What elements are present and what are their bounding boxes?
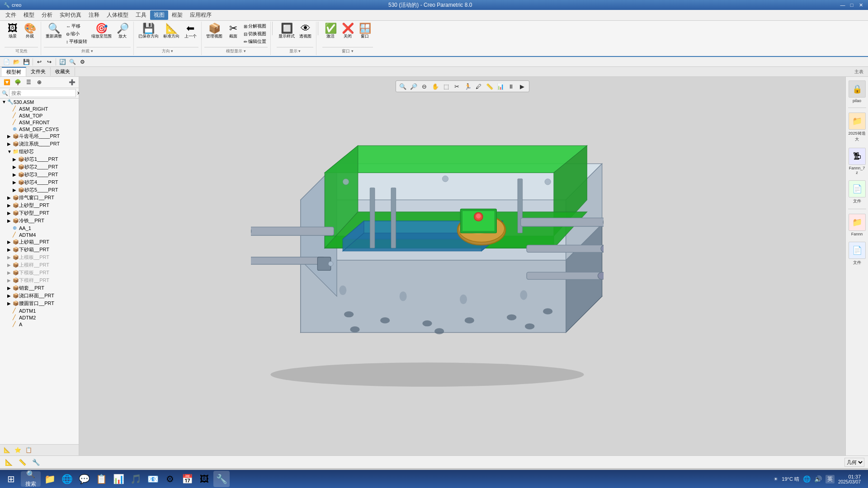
- tree-display-button[interactable]: ☰: [24, 78, 33, 87]
- tree-expand-button[interactable]: ⊕: [34, 78, 44, 87]
- taskbar-search[interactable]: 🔍 搜索: [21, 471, 41, 487]
- tree-item-core5[interactable]: ▶ 📦 砂芯5____PRT: [0, 186, 79, 194]
- menu-file[interactable]: 文件: [2, 10, 20, 20]
- tree-item-asm-top[interactable]: ╱ ASM_TOP: [0, 112, 79, 119]
- tree-item-cup[interactable]: ▶ 📦 浇口杯面__PRT: [0, 292, 79, 300]
- vt-pan[interactable]: ✋: [430, 82, 440, 91]
- menu-tools[interactable]: 工具: [132, 10, 150, 20]
- toggle[interactable]: ▶: [7, 247, 13, 252]
- tree-item-upper-pattern[interactable]: ▶ 📦 上模样__PRT: [0, 261, 79, 269]
- sound-icon[interactable]: 🔊: [814, 475, 822, 483]
- tree-item-riser[interactable]: ▶ 📦 腰圆冒口__PRT: [0, 300, 79, 307]
- vt-zoom-window[interactable]: 🔍: [398, 82, 408, 91]
- taskbar-browser[interactable]: 🌐: [59, 471, 75, 487]
- statusbar-btn1[interactable]: 📐: [4, 458, 14, 467]
- tree-item-adtm2[interactable]: ╱ ADTM2: [0, 314, 79, 321]
- tab-favorites[interactable]: 收藏夹: [51, 67, 75, 76]
- pan-button[interactable]: ↔ 平移: [65, 23, 89, 30]
- tree-item-core2[interactable]: ▶ 📦 砂芯2____PRT: [0, 163, 79, 171]
- undo-button[interactable]: ↩: [35, 58, 44, 66]
- display-style-button[interactable]: 🔲 显示样式: [277, 23, 297, 40]
- settings-button[interactable]: ⚙: [78, 58, 87, 66]
- add-col-button[interactable]: ➕: [67, 78, 77, 87]
- taskbar-settings[interactable]: ⚙: [162, 471, 178, 487]
- toggle[interactable]: ▶: [7, 255, 13, 260]
- vt-play[interactable]: ▶: [517, 82, 527, 91]
- menu-annotation[interactable]: 注释: [85, 10, 103, 20]
- tree-item-adtm4[interactable]: ╱ ADTM4: [0, 231, 79, 238]
- tree-item-vent[interactable]: ▶ 📦 排气窗口__PRT: [0, 194, 79, 202]
- vt-zoom-in[interactable]: 🔎: [409, 82, 419, 91]
- manage-views-button[interactable]: 📦 管理视图: [204, 23, 224, 40]
- vt-animate[interactable]: 🏃: [463, 82, 473, 91]
- menu-view[interactable]: 视图: [150, 10, 168, 20]
- rs-item-pilao[interactable]: 🔒 pilao: [847, 79, 867, 105]
- tree-item-bucket[interactable]: ▶ 📦 斗齿毛坯____PRT: [0, 132, 79, 140]
- tree-item-core3[interactable]: ▶ 📦 砂芯3____PRT: [0, 171, 79, 178]
- tree-item-asm-front[interactable]: ╱ ASM_FRONT: [0, 119, 79, 126]
- menu-analysis[interactable]: 分析: [38, 10, 56, 20]
- toggle[interactable]: ▶: [13, 157, 18, 162]
- search-tool-button[interactable]: 🔍: [68, 58, 77, 66]
- statusbar-btn3[interactable]: 🔧: [31, 458, 41, 467]
- zoom-in-button[interactable]: 🔎 放大: [114, 23, 131, 40]
- menu-apps[interactable]: 应用程序: [186, 10, 215, 20]
- tree-item-adtm1[interactable]: ╱ ADTM1: [0, 307, 79, 314]
- minimize-button[interactable]: —: [839, 2, 846, 8]
- toggle[interactable]: ▶: [7, 211, 13, 216]
- tree-item-core1[interactable]: ▶ 📦 砂芯1____PRT: [0, 155, 79, 163]
- tree-item-upper-box[interactable]: ▶ 📦 上砂箱__PRT: [0, 238, 79, 246]
- window-button[interactable]: 🪟 窗口: [357, 23, 373, 40]
- taskbar-clipboard[interactable]: 📋: [93, 471, 109, 487]
- taskbar-calendar[interactable]: 📅: [179, 471, 195, 487]
- coord-select[interactable]: 几何: [844, 458, 864, 467]
- tree-item-lower-box[interactable]: ▶ 📦 下砂箱__PRT: [0, 246, 79, 253]
- rs-item-2025[interactable]: 📁 2025铸造大: [847, 111, 867, 144]
- toggle[interactable]: ▶: [7, 141, 13, 146]
- perspective-button[interactable]: 👁 透视图: [297, 23, 313, 40]
- toggle[interactable]: ▶: [7, 263, 13, 267]
- taskbar-music[interactable]: 🎵: [127, 471, 144, 487]
- tree-item-pin[interactable]: ▶ 📦 销套__PRT: [0, 284, 79, 292]
- tab-folders[interactable]: 文件夹: [26, 67, 51, 76]
- zoom-out-button[interactable]: ⊖ 缩小: [65, 30, 89, 38]
- explode-view-button[interactable]: ⊞ 分解视图: [242, 23, 268, 30]
- tree-options-button[interactable]: 🌳: [13, 78, 23, 87]
- edit-pos-button[interactable]: ✏ 编辑位置: [242, 38, 268, 45]
- pan-rotate-button[interactable]: ↕ 平移旋转: [65, 38, 89, 45]
- toggle[interactable]: ▶: [7, 301, 13, 306]
- close-win-button[interactable]: ❌ 关闭: [340, 23, 356, 40]
- tree-item-asm-right[interactable]: ╱ ASM_RIGHT: [0, 105, 79, 112]
- toggle[interactable]: ▶: [13, 188, 18, 192]
- rs-item-wenjianjia[interactable]: 📄 文件: [847, 178, 867, 206]
- tree-root[interactable]: ▼ 🔧 530.ASM: [0, 99, 79, 105]
- tree-item-lower-sand[interactable]: ▶ 📦 下砂型__PRT: [0, 209, 79, 217]
- toggle[interactable]: ▶: [7, 293, 13, 298]
- tree-item-aa1[interactable]: ⊕ AA_1: [0, 225, 79, 231]
- rs-item-fannn7z[interactable]: 🗜 Fannn_7z: [847, 146, 867, 177]
- vt-measure[interactable]: 📏: [485, 82, 495, 91]
- taskbar-explorer[interactable]: 📁: [42, 471, 58, 487]
- activate-button[interactable]: ✅ 激活: [322, 23, 339, 40]
- toggle[interactable]: ▶: [7, 134, 13, 139]
- vt-zoom-out[interactable]: ⊖: [420, 82, 429, 91]
- taskbar-excel[interactable]: 📊: [110, 471, 127, 487]
- taskbar-photo[interactable]: 🖼: [196, 471, 212, 487]
- root-toggle[interactable]: ▼: [2, 99, 7, 104]
- tree-item-upper-sand[interactable]: ▶ 📦 上砂型__PRT: [0, 202, 79, 209]
- tree-item-pouring[interactable]: ▶ 📦 浇注系统____PRT: [0, 140, 79, 148]
- regen-button[interactable]: 🔄: [58, 58, 67, 66]
- search-input[interactable]: [9, 89, 76, 97]
- tree-item-asm-csys[interactable]: ⊕ ASM_DEF_CSYS: [0, 126, 79, 132]
- maximize-button[interactable]: □: [848, 2, 855, 8]
- toggle[interactable]: ▶: [7, 195, 13, 200]
- vt-draw[interactable]: 🖊: [474, 82, 484, 91]
- toggle[interactable]: ▶: [7, 278, 13, 283]
- tab-model-tree[interactable]: 模型树: [2, 67, 26, 76]
- tree-item-a[interactable]: ╱ A: [0, 321, 79, 328]
- toggle[interactable]: ▶: [7, 239, 13, 244]
- toggle[interactable]: ▶: [7, 286, 13, 291]
- tree-item-core4[interactable]: ▶ 📦 砂芯4____PRT: [0, 178, 79, 186]
- viewport[interactable]: 🔍 🔎 ⊖ ✋ ⬚ ✂ 🏃 🖊 📏 📊 ⏸ ▶: [79, 77, 845, 455]
- toggle[interactable]: ▶: [13, 164, 18, 169]
